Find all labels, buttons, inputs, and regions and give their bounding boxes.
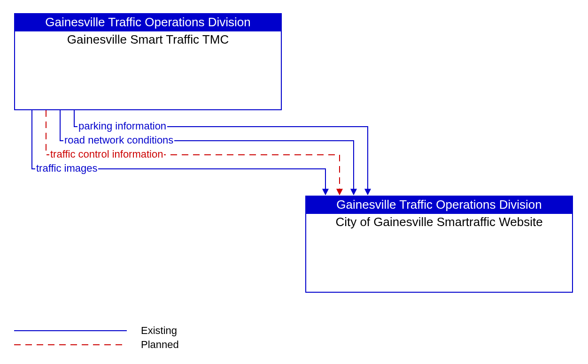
flow-label-parking-information: parking information bbox=[77, 120, 167, 132]
node-gainesville-smart-traffic-tmc: Gainesville Traffic Operations Division … bbox=[14, 13, 282, 110]
node-dest-title: City of Gainesville Smartraffic Website bbox=[306, 214, 572, 230]
node-city-of-gainesville-smartraffic-website: Gainesville Traffic Operations Division … bbox=[305, 196, 573, 293]
flow-label-road-network-conditions: road network conditions bbox=[63, 134, 174, 146]
legend-planned-label: Planned bbox=[141, 339, 179, 351]
node-source-header: Gainesville Traffic Operations Division bbox=[15, 14, 281, 31]
flow-label-traffic-control-information: traffic control information bbox=[49, 148, 164, 160]
flow-label-traffic-images: traffic images bbox=[35, 162, 98, 174]
node-source-title: Gainesville Smart Traffic TMC bbox=[15, 31, 281, 48]
node-dest-header: Gainesville Traffic Operations Division bbox=[306, 197, 572, 214]
legend-existing-label: Existing bbox=[141, 325, 177, 337]
